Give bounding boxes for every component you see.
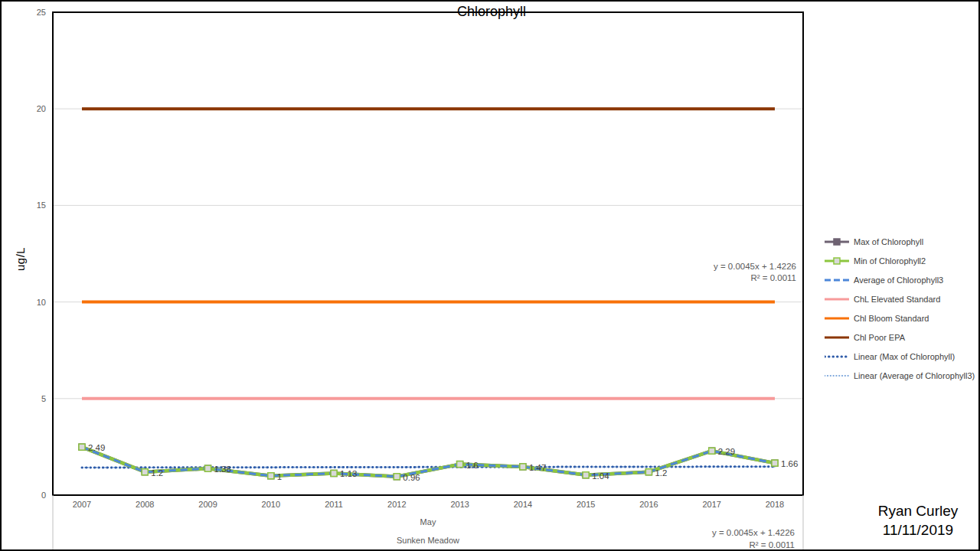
- data-label: 1: [277, 472, 282, 481]
- x-axis-tick: 2011: [325, 500, 343, 509]
- x-axis-tick: 2017: [702, 500, 720, 509]
- author-name: Ryan Curley: [844, 501, 980, 520]
- x-axis-tick: 2007: [73, 500, 91, 509]
- data-marker: [79, 444, 85, 450]
- y-axis-tick: 15: [37, 201, 46, 210]
- legend-swatch: [825, 295, 849, 304]
- legend-swatch: [825, 333, 849, 342]
- legend-swatch: [825, 371, 849, 380]
- data-marker: [331, 470, 337, 476]
- legend-swatch: [825, 352, 849, 361]
- legend-label: Min of Chlorophyll2: [854, 256, 926, 266]
- legend-label: Linear (Average of Chlorophyll3): [854, 371, 975, 380]
- trendline: [82, 467, 775, 468]
- trendline-equation-bottom: y = 0.0045x + 1.4226 R² = 0.0011: [712, 527, 795, 551]
- chart-canvas: 0510152025200720082009201020112012201320…: [0, 0, 980, 551]
- data-label: 1.13: [340, 469, 357, 478]
- plot-border: [53, 12, 803, 495]
- x-axis-site-label: Sunken Meadow: [53, 536, 803, 545]
- data-label: 0.96: [403, 473, 420, 482]
- x-axis-tick: 2009: [198, 500, 217, 509]
- data-label: 2.49: [88, 443, 105, 452]
- author-signature: Ryan Curley 11/11/2019: [844, 501, 980, 540]
- legend-item: Max of Chlorophyll: [825, 232, 978, 251]
- trendline-r2-line: R² = 0.0011: [714, 272, 796, 284]
- legend-label: ChL Elevated Standard: [854, 295, 940, 304]
- legend-swatch: [825, 237, 849, 246]
- legend-label: Max of Chlorophyll: [854, 237, 923, 246]
- legend-label: Chl Poor EPA: [854, 333, 905, 342]
- chart-title: Chlorophyll: [2, 4, 980, 20]
- data-label: 1.47: [529, 463, 546, 472]
- data-label: 2.29: [718, 447, 735, 456]
- data-label: 1.2: [151, 468, 163, 478]
- legend-swatch: [825, 314, 849, 323]
- x-axis-tick: 2010: [262, 500, 280, 509]
- legend-label: Linear (Max of Chlorophyll): [854, 352, 955, 361]
- legend-label: Chl Bloom Standard: [854, 314, 929, 323]
- x-axis-tick: 2015: [577, 500, 595, 509]
- x-axis-tick: 2018: [766, 500, 784, 509]
- legend-label: Average of Chlorophyll3: [854, 276, 943, 285]
- data-label: 1.66: [781, 459, 798, 468]
- data-marker: [709, 448, 715, 454]
- legend-swatch: [825, 256, 849, 266]
- x-axis-tick: 2016: [639, 500, 658, 509]
- data-marker: [268, 473, 274, 479]
- y-axis-tick: 0: [41, 491, 46, 500]
- legend-item: Chl Bloom Standard: [825, 308, 978, 328]
- data-marker: [645, 469, 652, 475]
- legend: Max of ChlorophyllMin of Chlorophyll2Ave…: [825, 232, 978, 385]
- y-axis-tick: 5: [41, 394, 46, 403]
- data-marker: [205, 465, 211, 471]
- x-axis-tick: 2014: [514, 500, 532, 509]
- trendline-r2-bottom-line: R² = 0.0011: [712, 539, 795, 551]
- y-axis-tick: 10: [37, 298, 46, 307]
- x-axis-tick: 2008: [136, 500, 154, 509]
- series-line: [82, 447, 775, 477]
- data-label: 1.6: [466, 461, 479, 470]
- trendline-equation-line1: y = 0.0045x + 1.4226: [714, 261, 796, 272]
- y-axis-label: ug/L: [14, 247, 27, 271]
- x-axis-tick: 2012: [387, 500, 406, 509]
- data-label: 1.2: [655, 468, 667, 478]
- data-marker: [583, 472, 589, 478]
- data-marker: [520, 464, 526, 470]
- x-axis-tick: 2013: [450, 500, 469, 509]
- x-axis-group-label: May: [53, 517, 803, 527]
- y-axis-tick: 20: [37, 104, 46, 113]
- trendline-equation-bottom-line1: y = 0.0045x + 1.4226: [712, 527, 795, 539]
- data-label: 1.04: [592, 471, 609, 481]
- legend-item: Min of Chlorophyll2: [825, 251, 978, 270]
- trendline-equation: y = 0.0045x + 1.4226 R² = 0.0011: [714, 261, 796, 284]
- legend-swatch: [825, 276, 849, 285]
- data-marker: [457, 461, 463, 468]
- author-date: 11/11/2019: [844, 520, 980, 540]
- data-marker: [142, 469, 148, 475]
- data-marker: [394, 474, 400, 480]
- legend-item: Linear (Average of Chlorophyll3): [825, 366, 978, 385]
- legend-item: ChL Elevated Standard: [825, 289, 978, 308]
- data-marker: [772, 460, 778, 466]
- data-label: 1.38: [214, 465, 231, 474]
- legend-item: Linear (Max of Chlorophyll): [825, 347, 978, 366]
- legend-item: Average of Chlorophyll3: [825, 270, 978, 289]
- legend-item: Chl Poor EPA: [825, 328, 978, 347]
